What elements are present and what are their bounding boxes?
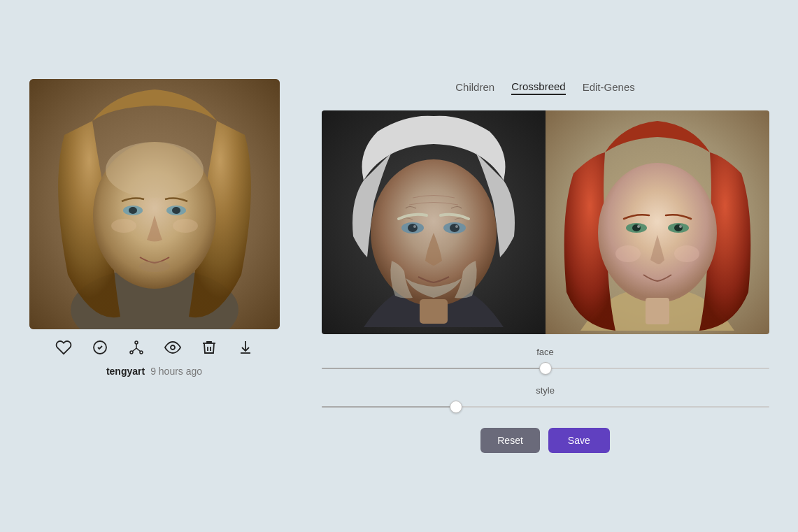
svg-point-12 — [135, 341, 138, 344]
bookmark-icon[interactable] — [92, 339, 108, 356]
svg-line-16 — [132, 348, 136, 352]
svg-point-9 — [111, 219, 136, 233]
right-panel: Children Crossbreed Edit-Genes — [322, 79, 769, 453]
svg-line-17 — [136, 348, 141, 352]
red-hair-portrait — [546, 110, 769, 334]
svg-rect-27 — [420, 299, 448, 324]
username: tengyart — [106, 366, 145, 377]
eye-icon[interactable] — [164, 339, 181, 356]
svg-point-26 — [455, 225, 458, 228]
user-info: tengyart 9 hours ago — [106, 366, 202, 377]
portrait-svg — [29, 79, 280, 329]
style-slider-thumb[interactable] — [450, 401, 462, 413]
svg-point-23 — [408, 224, 418, 232]
save-button[interactable]: Save — [548, 428, 610, 453]
old-man-portrait — [322, 110, 546, 334]
svg-point-37 — [615, 245, 641, 262]
time-ago: 9 hours ago — [150, 366, 202, 377]
svg-point-10 — [173, 219, 198, 233]
face-slider-label: face — [322, 347, 769, 357]
tabs-row: Children Crossbreed Edit-Genes — [455, 79, 634, 95]
style-slider-track[interactable] — [322, 398, 769, 415]
style-slider-label: style — [322, 385, 769, 396]
tab-crossbreed[interactable]: Crossbreed — [511, 79, 566, 95]
tab-edit-genes[interactable]: Edit-Genes — [583, 80, 635, 94]
svg-point-7 — [172, 207, 180, 214]
reset-button[interactable]: Reset — [480, 428, 540, 453]
heart-icon[interactable] — [55, 339, 72, 356]
share-icon[interactable] — [128, 339, 145, 356]
face-slider-thumb[interactable] — [539, 362, 552, 375]
main-portrait — [29, 79, 280, 329]
sliders-section: face style — [322, 347, 769, 415]
trash-icon[interactable] — [201, 339, 218, 356]
app-container: tengyart 9 hours ago Children Crossbreed… — [15, 65, 783, 467]
buttons-row: Reset Save — [480, 428, 610, 453]
svg-point-35 — [679, 225, 682, 228]
svg-point-24 — [450, 224, 459, 232]
svg-point-3 — [106, 142, 204, 198]
svg-point-34 — [637, 225, 640, 228]
left-panel: tengyart 9 hours ago — [29, 79, 280, 377]
download-icon[interactable] — [237, 339, 254, 356]
svg-point-8 — [139, 261, 170, 272]
svg-point-6 — [129, 207, 137, 214]
tab-children[interactable]: Children — [455, 80, 494, 94]
svg-point-18 — [171, 345, 175, 350]
face-slider-track[interactable] — [322, 360, 769, 377]
svg-rect-36 — [646, 298, 669, 324]
crossbreed-images — [322, 110, 769, 334]
svg-point-38 — [674, 245, 699, 262]
style-slider-row: style — [322, 385, 769, 415]
svg-point-25 — [413, 225, 416, 228]
action-icons-row — [55, 339, 254, 356]
face-slider-row: face — [322, 347, 769, 377]
